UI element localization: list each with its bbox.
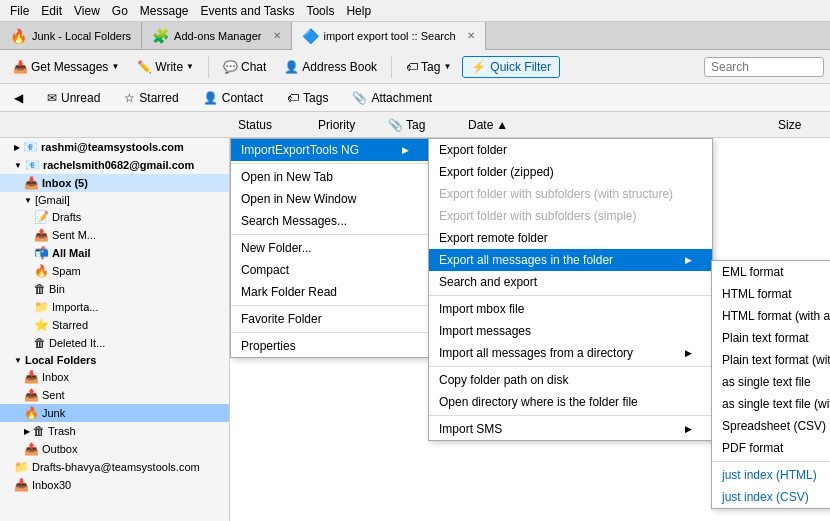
sub2-eml[interactable]: EML format <box>712 261 830 283</box>
starred-label: Starred <box>139 91 178 105</box>
starred-button[interactable]: ☆ Starred <box>118 89 184 107</box>
get-messages-button[interactable]: 📥 Get Messages ▼ <box>6 56 126 78</box>
sidebar-item-drafts[interactable]: 📝 Drafts <box>0 208 229 226</box>
sidebar-item-trash[interactable]: ▶ 🗑 Trash <box>0 422 229 440</box>
sidebar-item-inbox[interactable]: 📥 Inbox (5) <box>0 174 229 192</box>
attachment-button[interactable]: 📎 Attachment <box>346 89 438 107</box>
sidebar-item-deletedit[interactable]: 🗑 Deleted It... <box>0 334 229 352</box>
quick-filter-icon: ⚡ <box>471 60 486 74</box>
contact-button[interactable]: 👤 Contact <box>197 89 269 107</box>
tab-import[interactable]: 🔷 import export tool :: Search ✕ <box>292 22 486 50</box>
sub1-copy-path[interactable]: Copy folder path on disk <box>429 369 712 391</box>
sub1-export-remote-folder[interactable]: Export remote folder <box>429 227 712 249</box>
unread-button[interactable]: ✉ Unread <box>41 89 106 107</box>
col-header-status[interactable]: Status <box>230 118 310 132</box>
sub2-spreadsheet-csv[interactable]: Spreadsheet (CSV) <box>712 415 830 437</box>
chat-icon: 💬 <box>223 60 238 74</box>
importa-icon: 📁 <box>34 300 49 314</box>
sort-arrow-icon: ▲ <box>496 118 508 132</box>
tab-junk[interactable]: 🔥 Junk - Local Folders <box>0 22 142 49</box>
sub1-export-folder[interactable]: Export folder <box>429 139 712 161</box>
search-input[interactable] <box>704 57 824 77</box>
sub2-single-text[interactable]: as single text file <box>712 371 830 393</box>
ctx-mark-folder-read[interactable]: Mark Folder Read <box>231 281 429 303</box>
sub2-plain-text[interactable]: Plain text format <box>712 327 830 349</box>
sub1-sep-1 <box>429 295 712 296</box>
sub2-pdf[interactable]: PDF format <box>712 437 830 459</box>
tag-button[interactable]: 🏷 Tag ▼ <box>399 56 458 78</box>
sub2-just-index-csv[interactable]: just index (CSV) <box>712 486 830 508</box>
sidebar-item-rashmi[interactable]: ▶ 📧 rashmi@teamsystools.com <box>0 138 229 156</box>
sidebar-item-drafts-bhavya[interactable]: 📁 Drafts-bhavya@teamsystools.com <box>0 458 229 476</box>
ctx-open-new-window[interactable]: Open in New Window <box>231 188 429 210</box>
sub1-export-folder-zipped[interactable]: Export folder (zipped) <box>429 161 712 183</box>
rashmi-expand-icon: ▶ <box>14 143 20 152</box>
sidebar-item-starred-folder[interactable]: ⭐ Starred <box>0 316 229 334</box>
tab-addons[interactable]: 🧩 Add-ons Manager ✕ <box>142 22 291 49</box>
sidebar-item-rachelsmith[interactable]: ▼ 📧 rachelsmith0682@gmail.com <box>0 156 229 174</box>
menu-go[interactable]: Go <box>106 2 134 20</box>
rachelsmith-account-icon: 📧 <box>25 158 40 172</box>
sub2-plain-text-attach[interactable]: Plain text format (with attachments) <box>712 349 830 371</box>
ctx-compact[interactable]: Compact <box>231 259 429 281</box>
col-header-size[interactable]: Size <box>770 118 830 132</box>
sentm-icon: 📤 <box>34 228 49 242</box>
sub1-import-messages[interactable]: Import messages <box>429 320 712 342</box>
sub1-import-mbox[interactable]: Import mbox file <box>429 298 712 320</box>
quick-filter-button[interactable]: ⚡ Quick Filter <box>462 56 560 78</box>
sidebar-item-importa[interactable]: 📁 Importa... <box>0 298 229 316</box>
col-header-tag[interactable]: 📎 Tag <box>380 118 460 132</box>
col-header-priority[interactable]: Priority <box>310 118 380 132</box>
sidebar-item-gmail[interactable]: ▼ [Gmail] <box>0 192 229 208</box>
tab-addons-close[interactable]: ✕ <box>273 30 281 41</box>
ctx-favorite-folder[interactable]: Favorite Folder <box>231 308 429 330</box>
bin-icon: 🗑 <box>34 282 46 296</box>
sub2-html-attach[interactable]: HTML format (with attachments) <box>712 305 830 327</box>
quick-filter-label: Quick Filter <box>490 60 551 74</box>
menu-edit[interactable]: Edit <box>35 2 68 20</box>
menu-file[interactable]: File <box>4 2 35 20</box>
tags-button[interactable]: 🏷 Tags <box>281 89 334 107</box>
importa-label: Importa... <box>52 301 98 313</box>
sub1-search-and-export[interactable]: Search and export <box>429 271 712 293</box>
tag-header-label: Tag <box>406 118 425 132</box>
write-arrow: ▼ <box>186 62 194 71</box>
sidebar-item-spam[interactable]: 🔥 Spam <box>0 262 229 280</box>
sub2-just-index-html[interactable]: just index (HTML) <box>712 464 830 486</box>
sidebar-item-inbox30[interactable]: 📥 Inbox30 <box>0 476 229 494</box>
menu-help[interactable]: Help <box>340 2 377 20</box>
menu-message[interactable]: Message <box>134 2 195 20</box>
col-header-date[interactable]: Date ▲ <box>460 118 770 132</box>
sub1-import-all-dir[interactable]: Import all messages from a directory ▶ <box>429 342 712 364</box>
sub2-single-text-attach[interactable]: as single text file (with attachments) <box>712 393 830 415</box>
menu-events-tasks[interactable]: Events and Tasks <box>195 2 301 20</box>
tab-import-close[interactable]: ✕ <box>467 30 475 41</box>
sidebar-item-lf-junk[interactable]: 🔥 Junk <box>0 404 229 422</box>
sidebar-item-sentm[interactable]: 📤 Sent M... <box>0 226 229 244</box>
chat-label: Chat <box>241 60 266 74</box>
sidebar-item-outbox[interactable]: 📤 Outbox <box>0 440 229 458</box>
sidebar-item-localfolders[interactable]: ▼ Local Folders <box>0 352 229 368</box>
sidebar-item-allmail[interactable]: 📬 All Mail <box>0 244 229 262</box>
ctx-properties[interactable]: Properties <box>231 335 429 357</box>
lf-junk-label: Junk <box>42 407 65 419</box>
address-book-button[interactable]: 👤 Address Book <box>277 56 384 78</box>
ctx-open-new-tab[interactable]: Open in New Tab <box>231 166 429 188</box>
sub1-import-sms[interactable]: Import SMS ▶ <box>429 418 712 440</box>
allmail-label: All Mail <box>52 247 91 259</box>
sub1-open-dir[interactable]: Open directory where is the folder file <box>429 391 712 413</box>
sub2-html[interactable]: HTML format <box>712 283 830 305</box>
ctx-search-messages[interactable]: Search Messages... <box>231 210 429 232</box>
sidebar-item-lf-inbox[interactable]: 📥 Inbox <box>0 368 229 386</box>
sidebar-item-lf-sent[interactable]: 📤 Sent <box>0 386 229 404</box>
chat-button[interactable]: 💬 Chat <box>216 56 273 78</box>
tab-addons-label: Add-ons Manager <box>174 30 261 42</box>
write-button[interactable]: ✏️ Write ▼ <box>130 56 201 78</box>
sub1-export-all-messages[interactable]: Export all messages in the folder ▶ <box>429 249 712 271</box>
menu-tools[interactable]: Tools <box>300 2 340 20</box>
back-button[interactable]: ◀ <box>8 89 29 107</box>
ctx-new-folder[interactable]: New Folder... <box>231 237 429 259</box>
sidebar-item-bin[interactable]: 🗑 Bin <box>0 280 229 298</box>
ctx-importexporttools[interactable]: ImportExportTools NG ▶ <box>231 139 429 161</box>
menu-view[interactable]: View <box>68 2 106 20</box>
